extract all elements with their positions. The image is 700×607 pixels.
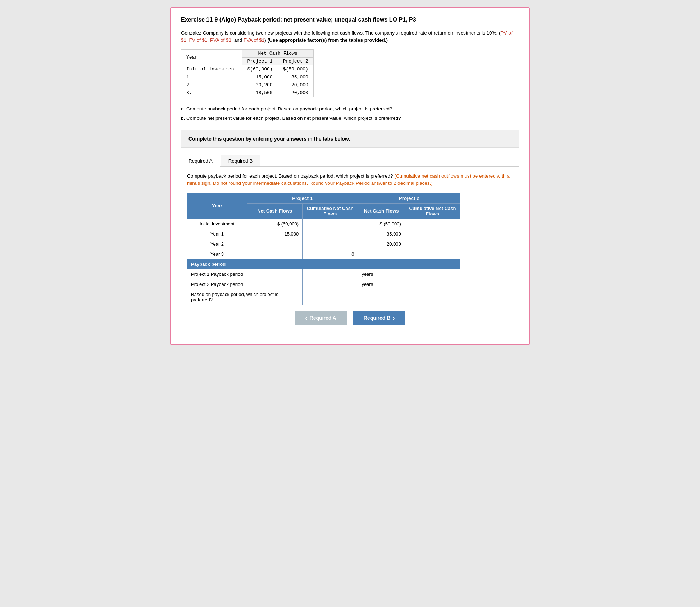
based-on-label: Based on payback period, which project i… (187, 289, 303, 305)
row-year-0: Initial investment (181, 65, 242, 73)
p1-cum-input-2[interactable] (304, 241, 356, 247)
answer-p2-cum-3[interactable] (405, 249, 460, 259)
tab-required-a[interactable]: Required A (181, 155, 220, 167)
row-proj2-2: 20,000 (278, 81, 313, 89)
p1-net-val-1: 15,000 (284, 231, 299, 237)
payback-period-label: Payback period (187, 259, 460, 269)
answer-p1-cum-1[interactable] (303, 229, 358, 239)
p2-cum-input-0[interactable] (406, 220, 459, 227)
answer-row-year3: Year 3 0 (187, 249, 460, 259)
answer-net-cash-header1: Net Cash Flows (247, 203, 303, 219)
answer-p1-net-initial: $ (60,000) (247, 219, 303, 229)
answer-p2-cum-2[interactable] (405, 239, 460, 249)
proj2-payback-empty (405, 279, 460, 289)
answer-year-2: Year 2 (187, 239, 247, 249)
answer-p2-cum-initial[interactable] (405, 219, 460, 229)
answer-row-initial: Initial investment $ (60,000) $ (59,000) (187, 219, 460, 229)
year-col-header: Year (181, 49, 242, 65)
answer-p2-net-3[interactable] (358, 249, 405, 259)
answer-p2-net-initial: $ (59,000) (358, 219, 405, 229)
table-row: Initial investment $(60,000) $(59,000) (181, 65, 314, 73)
pva-link[interactable]: PVA of $1 (210, 37, 231, 43)
tab-required-b[interactable]: Required B (221, 155, 260, 166)
p2-net-val-2: 20,000 (387, 241, 401, 247)
proj1-payback-input-cell[interactable] (303, 269, 358, 279)
p2-net-val-1: 35,000 (387, 231, 401, 237)
based-on-row: Based on payback period, which project i… (187, 289, 460, 305)
row-proj1-0: $(60,000) (242, 65, 278, 73)
answer-row-year2: Year 2 20,000 (187, 239, 460, 249)
p2-net-input-3[interactable] (359, 251, 403, 257)
p2-net-val-0: (59,000) (383, 221, 401, 227)
chevron-right-icon: › (392, 314, 395, 322)
row-year-3: 3. (181, 89, 242, 97)
row-year-1: 1. (181, 73, 242, 81)
dollar-sign-p1-0: $ (277, 221, 280, 227)
tab-required-a-label: Required A (188, 158, 213, 164)
row-year-2: 2. (181, 81, 242, 89)
dollar-sign-p2-0: $ (380, 221, 382, 227)
proj1-payback-row: Project 1 Payback period years (187, 269, 460, 279)
data-table-wrapper: Year Net Cash Flows Project 1 Project 2 … (181, 49, 314, 97)
p2-cum-input-3[interactable] (406, 251, 459, 257)
proj2-payback-years: years (358, 279, 405, 289)
intro-bold: (Use appropriate factor(s) from the tabl… (267, 37, 388, 43)
proj1-payback-label: Project 1 Payback period (187, 269, 303, 279)
answer-p1-cum-initial[interactable] (303, 219, 358, 229)
answer-p1-cum-2[interactable] (303, 239, 358, 249)
proj1-payback-empty (405, 269, 460, 279)
answer-year-initial: Initial investment (187, 219, 247, 229)
nav-buttons: ‹ Required A Required B › (187, 311, 513, 325)
row-proj2-1: 35,000 (278, 73, 313, 81)
p2-cum-input-2[interactable] (406, 241, 459, 247)
based-on-input-cell[interactable] (303, 289, 358, 305)
answer-p2-cum-1[interactable] (405, 229, 460, 239)
page-container: Exercise 11-9 (Algo) Payback period; net… (170, 7, 530, 345)
table-row: 2. 30,200 20,000 (181, 81, 314, 89)
questions: a. Compute payback period for each proje… (181, 105, 519, 123)
intro-part1: Gonzalez Company is considering two new … (181, 30, 501, 36)
row-proj1-1: 15,000 (242, 73, 278, 81)
exercise-title: Exercise 11-9 (Algo) Payback period; net… (181, 17, 519, 23)
answer-p1-net-3[interactable] (247, 249, 303, 259)
p1-cum-input-1[interactable] (304, 231, 356, 237)
row-proj1-2: 30,200 (242, 81, 278, 89)
proj1-payback-years: years (358, 269, 405, 279)
intro-text: Gonzalez Company is considering two new … (181, 29, 519, 44)
proj2-payback-label: Project 2 Payback period (187, 279, 303, 289)
based-on-input[interactable] (304, 293, 356, 300)
question-a: a. Compute payback period for each proje… (181, 105, 519, 113)
based-on-empty2 (405, 289, 460, 305)
required-a-button[interactable]: ‹ Required A (295, 311, 347, 325)
cash-flows-table: Year Net Cash Flows Project 1 Project 2 … (181, 49, 314, 97)
proj1-col-header: Project 1 (242, 57, 278, 65)
p1-cum-input-0[interactable] (304, 220, 356, 227)
answer-year-1: Year 1 (187, 229, 247, 239)
answer-p2-net-2: 20,000 (358, 239, 405, 249)
chevron-left-icon: ‹ (305, 314, 308, 322)
fva-link[interactable]: FVA of $1 (244, 37, 264, 43)
p2-cum-input-1[interactable] (406, 231, 459, 237)
proj1-payback-input[interactable] (304, 271, 356, 278)
p1-net-input-3[interactable] (249, 251, 301, 257)
fv-link[interactable]: FV of $1 (189, 37, 208, 43)
answer-p1-net-2[interactable] (247, 239, 303, 249)
tab-instruction-main: Compute payback period for each project.… (187, 173, 393, 179)
answer-proj2-header: Project 2 (358, 193, 460, 203)
answer-year-header: Year (187, 193, 247, 219)
p1-net-input-2[interactable] (249, 241, 301, 247)
based-on-empty1 (358, 289, 405, 305)
net-cash-flows-header: Net Cash Flows (242, 49, 313, 57)
tab-required-b-label: Required B (228, 158, 253, 164)
row-proj2-3: 20,000 (278, 89, 313, 97)
required-b-button[interactable]: Required B › (353, 311, 406, 325)
proj2-payback-input[interactable] (304, 281, 356, 288)
answer-p1-net-1: 15,000 (247, 229, 303, 239)
tab-a-content: Compute payback period for each project.… (181, 167, 519, 333)
proj2-payback-input-cell[interactable] (303, 279, 358, 289)
p1-net-val-0: (60,000) (281, 221, 299, 227)
table-row: 3. 18,500 20,000 (181, 89, 314, 97)
complete-box: Complete this question by entering your … (181, 130, 519, 148)
answer-row-year1: Year 1 15,000 35,000 (187, 229, 460, 239)
row-proj1-3: 18,500 (242, 89, 278, 97)
